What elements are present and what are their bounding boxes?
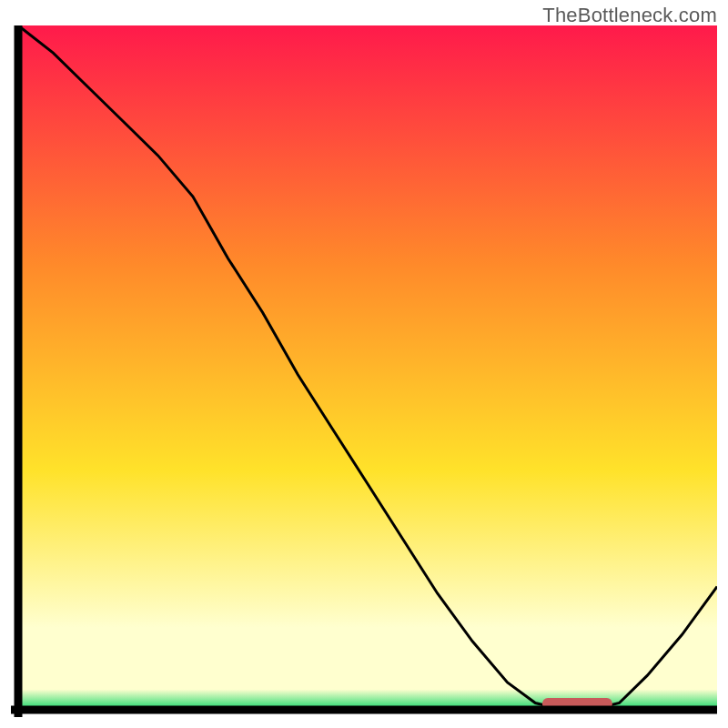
bottleneck-chart (11, 25, 717, 717)
heat-gradient-background (18, 25, 717, 710)
watermark-text: TheBottleneck.com (542, 4, 717, 27)
